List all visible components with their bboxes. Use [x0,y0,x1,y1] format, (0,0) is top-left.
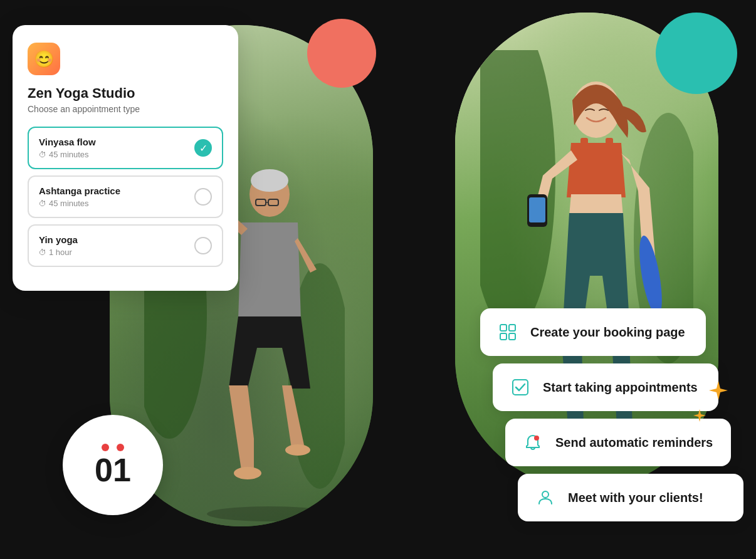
feature-text-0: Create your booking page [530,325,685,340]
brand-subtitle: Choose an appointment type [28,104,223,114]
brand-name: Zen Yoga Studio [28,85,223,102]
svg-rect-23 [509,325,515,331]
radio-unselected-2[interactable] [194,237,212,254]
decorative-circle-salmon [307,19,376,88]
svg-point-6 [251,169,288,192]
sparkle-decoration [687,375,731,434]
option-duration-1: ⏱ 45 minutes [39,199,120,208]
option-name-1: Ashtanga practice [39,185,120,196]
feature-cards: Create your booking page Start taking ap… [480,308,706,521]
svg-point-10 [207,506,332,521]
radio-selected-0[interactable]: ✓ [194,139,212,157]
svg-rect-25 [509,333,515,340]
bell-icon [520,430,545,455]
appointment-option-2[interactable]: Yin yoga ⏱ 1 hour [28,224,223,267]
booking-card: 😊 Zen Yoga Studio Choose an appointment … [13,25,238,291]
cal-ring-right [117,444,124,451]
appointment-option-0[interactable]: Vinyasa flow ⏱ 45 minutes ✓ [28,127,223,169]
option-duration-2: ⏱ 1 hour [39,248,78,257]
svg-rect-16 [606,138,613,150]
svg-rect-22 [500,325,507,331]
feature-card-3: Meet with your clients! [518,474,743,521]
clock-icon-1: ⏱ [39,199,46,208]
option-name-2: Yin yoga [39,234,78,245]
svg-rect-24 [500,333,507,340]
grid-icon [495,320,520,345]
svg-rect-18 [529,197,545,222]
person-icon [533,485,558,510]
svg-rect-26 [513,380,528,395]
feature-text-2: Send automatic reminders [555,436,713,450]
calendar-rings [102,444,124,451]
scene: 😊 Zen Yoga Studio Choose an appointment … [0,0,756,559]
calendar-day: 01 [95,454,131,486]
svg-rect-15 [580,138,588,150]
checkbox-icon [508,375,533,400]
feature-card-1: Start taking appointments [493,363,718,411]
svg-point-8 [234,467,261,479]
option-duration-0: ⏱ 45 minutes [39,150,96,159]
cal-ring-left [102,444,109,451]
clock-icon-0: ⏱ [39,150,46,159]
brand-logo-emoji: 😊 [34,50,54,69]
clock-icon-2: ⏱ [39,248,46,257]
feature-card-0: Create your booking page [480,308,706,356]
decorative-circle-teal [656,13,737,94]
brand-logo: 😊 [28,43,60,75]
appointment-option-1[interactable]: Ashtanga practice ⏱ 45 minutes [28,175,223,218]
option-name-0: Vinyasa flow [39,137,96,147]
svg-point-27 [534,436,539,441]
svg-point-28 [542,491,549,498]
radio-unselected-1[interactable] [194,188,212,206]
calendar-widget: 01 [63,415,163,515]
svg-point-9 [285,444,310,456]
feature-text-3: Meet with your clients! [568,491,703,505]
feature-text-1: Start taking appointments [543,380,698,395]
